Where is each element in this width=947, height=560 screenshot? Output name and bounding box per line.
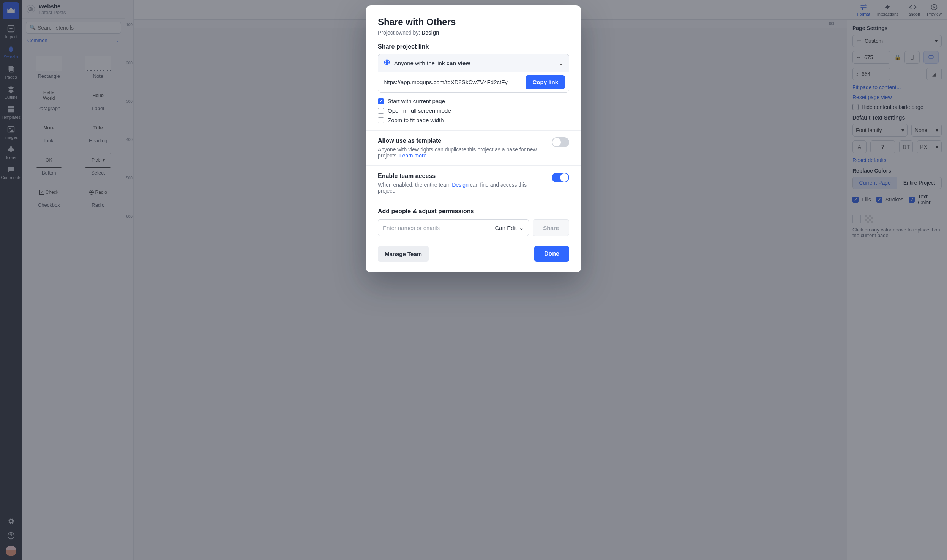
share-modal: Share with Others Project owned by: Desi… [366,5,581,272]
share-button[interactable]: Share [533,219,569,236]
modal-title: Share with Others [378,17,569,27]
share-url[interactable]: https://app.moqups.com/tqXD8SkCwZV4Fd2ct… [378,74,522,90]
modal-owned-by: Project owned by: Design [378,30,569,36]
team-link[interactable]: Design [452,182,469,188]
check-fullscreen[interactable]: Open in full screen mode [378,107,569,114]
learn-more-link[interactable]: Learn more [399,153,427,159]
team-title: Enable team access [378,173,537,179]
check-zoom-fit[interactable]: Zoom to fit page width [378,117,569,123]
people-input[interactable]: Enter names or emails Can Edit⌄ [378,219,529,236]
team-desc: When enabled, the entire team Design can… [378,182,537,194]
toggle-team[interactable] [552,173,569,182]
link-permission-select[interactable]: Anyone with the link can view ⌄ [378,54,569,72]
share-link-label: Share project link [378,43,569,50]
copy-link-button[interactable]: Copy link [526,75,565,89]
people-permission[interactable]: Can Edit⌄ [495,224,524,231]
template-desc: Anyone with view rights can duplicate th… [378,146,537,159]
template-title: Allow use as template [378,137,537,144]
chevron-down-icon: ⌄ [559,60,563,67]
chevron-down-icon: ⌄ [519,224,524,231]
manage-team-button[interactable]: Manage Team [378,246,429,262]
done-button[interactable]: Done [534,246,569,262]
toggle-template[interactable] [552,137,569,147]
people-title: Add people & adjust permissions [378,208,569,215]
check-start-current[interactable]: ✓ Start with current page [378,98,569,104]
globe-icon [384,59,390,67]
